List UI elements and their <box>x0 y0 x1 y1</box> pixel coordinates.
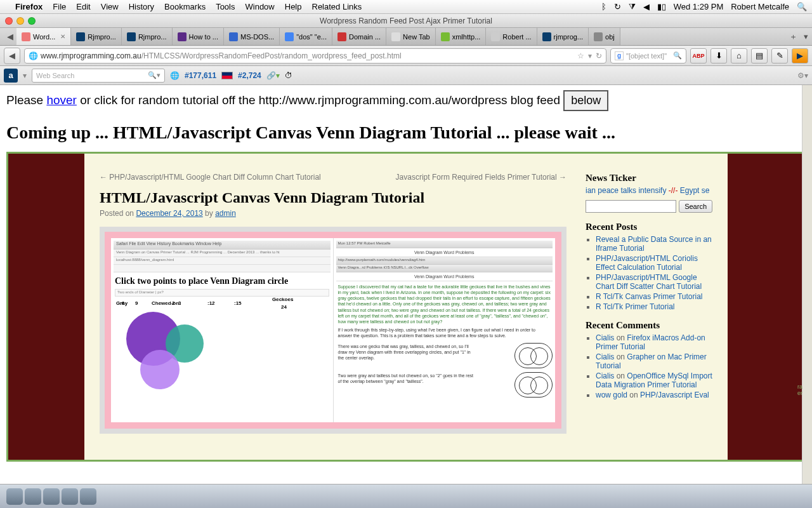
globe-rank-icon: 🌐 <box>170 71 180 80</box>
minimize-window-button[interactable] <box>16 17 24 25</box>
menu-window[interactable]: Window <box>246 2 275 11</box>
settings-gear-icon[interactable]: ⚙▾ <box>797 71 808 80</box>
timer-icon[interactable]: ⏱ <box>285 71 292 80</box>
close-window-button[interactable] <box>5 17 13 25</box>
recent-post-link[interactable]: PHP/Javascript/HTML Google Chart Diff Sc… <box>596 273 702 291</box>
abp-icon[interactable]: ABP <box>690 48 707 64</box>
browser-tab[interactable]: "dos" "e... <box>280 28 332 45</box>
problem-text: Suppose I discovered that my cat had a t… <box>338 284 551 324</box>
extension-icon-2[interactable]: ▶ <box>792 48 808 64</box>
inner-heading: Click two points to place Venn Diagram c… <box>115 276 329 286</box>
recent-post-link[interactable]: R Tcl/Tk Canvas Primer Tutorial <box>596 292 703 301</box>
link-icon[interactable]: 🔗▾ <box>266 71 280 80</box>
country-rank[interactable]: #2,724 <box>238 71 261 80</box>
below-button[interactable]: below <box>563 90 608 111</box>
url-bar[interactable]: 🌐 www.rjmprogramming.com.au/HTMLCSS/Word… <box>24 48 606 64</box>
close-tab-icon[interactable]: ✕ <box>60 33 65 40</box>
app-name[interactable]: Firefox <box>15 2 43 11</box>
alexa-icon[interactable]: a <box>4 69 18 83</box>
battery-icon[interactable]: ▮▯ <box>657 2 666 11</box>
venn-diagram: Gray :6 Geckoes 24 :12 2 3 9 Chewed-o <box>114 300 331 415</box>
menu-view[interactable]: View <box>101 2 119 11</box>
browser-tab[interactable]: Robert ... <box>486 28 537 45</box>
bookmarks-icon[interactable]: ▤ <box>751 48 768 64</box>
browser-tab[interactable]: Rjmpro... <box>122 28 173 45</box>
extension-toolbar: a ▾ Web Search 🔍▾ 🌐 #177,611 #2,724 🔗▾ ⏱… <box>0 66 812 85</box>
recent-post-link[interactable]: Reveal a Public Data Source in an Iframe… <box>596 235 712 253</box>
browser-tab[interactable]: Word...✕ <box>16 28 71 45</box>
browser-tab[interactable]: xmlhttp... <box>436 28 487 45</box>
volume-icon[interactable]: ◀ <box>643 2 650 11</box>
post-title: HTML/Javascript Canvas Venn Diagram Tuto… <box>100 189 566 206</box>
web-search-input[interactable]: Web Search 🔍▾ <box>32 69 165 83</box>
zoom-window-button[interactable] <box>28 17 36 25</box>
browser-tab[interactable]: MS-DOS... <box>224 28 280 45</box>
inner-right-tabs: Venn Diagra...rd Problems iOS NSURL l...… <box>336 265 553 272</box>
menu-edit[interactable]: Edit <box>76 2 90 11</box>
url-path: /HTMLCSS/WordpressRandomFeedPost/random_… <box>141 51 402 60</box>
new-tab-button[interactable]: ＋ <box>787 28 799 45</box>
venn-figure-2 <box>514 372 553 398</box>
inner-right-menubar: Mon 12:57 PM Robert Metcalfe <box>336 241 553 248</box>
search-go-icon[interactable]: 🔍 <box>673 51 682 60</box>
comment-author-link[interactable]: Cialis <box>596 333 614 342</box>
browser-tab[interactable]: How to ... <box>173 28 224 45</box>
explain-text-3: Two were gray and tailless but not chewe… <box>338 373 475 397</box>
bookmark-star-icon[interactable]: ☆ <box>577 51 584 60</box>
browser-tab[interactable]: obj <box>589 28 620 45</box>
intro-text: Please hover or click for random tutoria… <box>6 90 806 111</box>
dropdown-icon[interactable]: ▾ <box>588 51 592 60</box>
menu-bookmarks[interactable]: Bookmarks <box>164 2 206 11</box>
screenshot-thumbnail[interactable]: Safari File Edit View History Bookmarks … <box>100 227 566 434</box>
global-rank[interactable]: #177,611 <box>185 71 216 80</box>
hover-link[interactable]: hover <box>46 93 77 107</box>
downloads-icon[interactable]: ⬇ <box>710 48 727 64</box>
sync-icon[interactable]: ↻ <box>614 2 621 11</box>
comment-author-link[interactable]: wow gold <box>596 391 627 399</box>
tab-history-icon[interactable]: ◀ <box>4 28 16 45</box>
browser-tab[interactable]: rjmprog... <box>537 28 589 45</box>
recent-post-link[interactable]: PHP/Javascript/HTML Coriolis Effect Calc… <box>596 254 698 272</box>
globe-icon: 🌐 <box>29 51 38 60</box>
recent-comment-item: Cialis on OpenOffice MySql Import Data M… <box>596 371 712 389</box>
post-meta: Posted on December 24, 2013 by admin <box>100 209 566 218</box>
recent-post-item: PHP/Javascript/HTML Google Chart Diff Sc… <box>596 273 712 291</box>
post-date-link[interactable]: December 24, 2013 <box>136 209 202 218</box>
menu-help[interactable]: Help <box>285 2 302 11</box>
wifi-icon[interactable]: ⧩ <box>629 2 636 12</box>
browser-tab[interactable]: Domain ... <box>332 28 386 45</box>
recent-post-link[interactable]: R Tcl/Tk Primer Tutorial <box>596 302 674 311</box>
macos-menubar: Firefox File Edit View History Bookmarks… <box>0 0 812 14</box>
browser-search-box[interactable]: g "[object text]" 🔍 <box>610 48 686 64</box>
browser-tab[interactable]: New Tab <box>386 28 436 45</box>
recent-comment-item: Cialis on Grapher on Mac Primer Tutorial <box>596 352 712 370</box>
browser-tab[interactable]: Rjmpro... <box>71 28 122 45</box>
extension-icon-1[interactable]: ✎ <box>771 48 788 64</box>
menu-tools[interactable]: Tools <box>216 2 235 11</box>
spotlight-icon[interactable]: 🔍 <box>797 2 807 11</box>
right-gutter: raer <box>802 85 812 467</box>
bluetooth-icon[interactable]: ᛒ <box>601 2 606 11</box>
reload-icon[interactable]: ↻ <box>596 51 602 60</box>
menu-file[interactable]: File <box>53 2 66 11</box>
user-name[interactable]: Robert Metcalfe <box>731 2 789 11</box>
comment-post-link[interactable]: PHP/Javascript Eval <box>640 391 709 399</box>
page-content: Please hover or click for random tutoria… <box>0 85 812 467</box>
clock[interactable]: Wed 1:29 PM <box>674 2 724 11</box>
comment-author-link[interactable]: Cialis <box>596 352 614 361</box>
next-post-link[interactable]: Javascript Form Required Fields Primer T… <box>396 173 566 182</box>
sidebar-search-input[interactable] <box>586 200 676 213</box>
menu-history[interactable]: History <box>129 2 154 11</box>
sidebar-search-button[interactable]: Search <box>679 200 712 213</box>
recent-post-item: R Tcl/Tk Canvas Primer Tutorial <box>596 292 712 301</box>
post-author-link[interactable]: admin <box>215 209 236 218</box>
comment-author-link[interactable]: Cialis <box>596 371 614 380</box>
inner-fields: Two ends of Diameter | px? <box>115 289 329 297</box>
home-icon[interactable]: ⌂ <box>731 48 747 64</box>
news-ticker[interactable]: ian peace talks intensify -//- Egypt se <box>586 186 712 195</box>
tabs-menu-icon[interactable]: ▾ <box>799 28 812 45</box>
back-button[interactable]: ◀ <box>4 48 20 64</box>
flag-icon <box>221 72 233 79</box>
menu-related[interactable]: Related Links <box>312 2 362 11</box>
prev-post-link[interactable]: ← PHP/Javascript/HTML Google Chart Diff … <box>100 173 321 182</box>
